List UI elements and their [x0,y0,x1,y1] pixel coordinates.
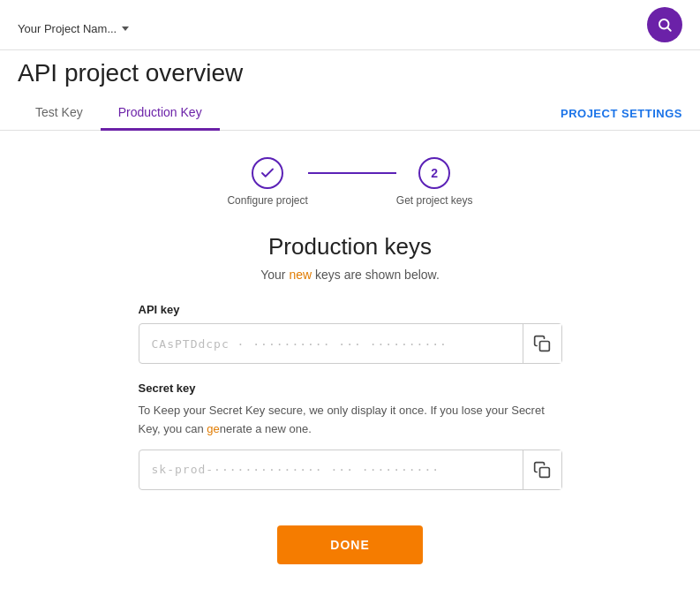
subtitle-highlight: new [289,268,312,282]
page-title: API project overview [0,50,700,87]
done-button[interactable]: DONE [277,525,422,564]
stepper: Configure project 2 Get project keys [227,157,472,207]
step-2-label: Get project keys [396,194,473,207]
checkmark-icon [260,165,275,181]
step-2-circle: 2 [418,157,450,189]
secret-key-input[interactable] [139,452,523,487]
tab-test-key[interactable]: Test Key [18,96,101,131]
api-key-label: API key [139,303,562,316]
project-settings-link[interactable]: PROJECT SETTINGS [561,107,682,120]
project-name: Your Project Nam... [18,22,117,35]
step-1-label: Configure project [227,194,307,207]
step-1: Configure project [227,157,307,207]
subtitle-plain: Your [260,268,289,282]
section-subtitle: Your new keys are shown below. [260,268,440,282]
copy-secret-key-button[interactable] [523,450,561,489]
secret-desc-text-2: nerate a new one. [220,422,312,435]
tabs-bar: Test Key Production Key PROJECT SETTINGS [0,96,700,131]
subtitle-rest: keys are shown below. [312,268,440,282]
step-2: 2 Get project keys [396,157,473,207]
step-connector [308,172,396,174]
svg-line-1 [667,27,670,30]
tab-production-key[interactable]: Production Key [101,96,220,131]
chevron-down-icon [122,26,129,31]
api-key-field-row [139,323,562,364]
api-key-input[interactable] [139,327,523,361]
secret-desc-highlight: ge [207,422,219,435]
form-section: API key Secret key To Keep your Secret K… [139,303,562,508]
main-content: Configure project 2 Get project keys Pro… [0,131,700,591]
secret-key-description: To Keep your Secret Key secure, we only … [139,402,562,439]
copy-api-key-button[interactable] [523,324,561,363]
step-1-circle [252,157,283,189]
copy-icon [533,335,551,352]
svg-rect-3 [540,467,550,477]
project-selector[interactable]: Your Project Nam... [18,22,129,35]
section-title: Production keys [268,233,432,261]
secret-desc-text-1: To Keep your Secret Key secure, we only … [139,404,545,435]
step-2-number: 2 [431,166,438,180]
search-button[interactable] [647,7,682,42]
secret-key-label: Secret key [139,382,562,395]
header: Your Project Nam... [0,0,700,50]
svg-rect-2 [540,342,550,351]
search-icon [657,17,673,33]
copy-icon-2 [533,461,551,479]
secret-key-field-row [139,450,562,490]
